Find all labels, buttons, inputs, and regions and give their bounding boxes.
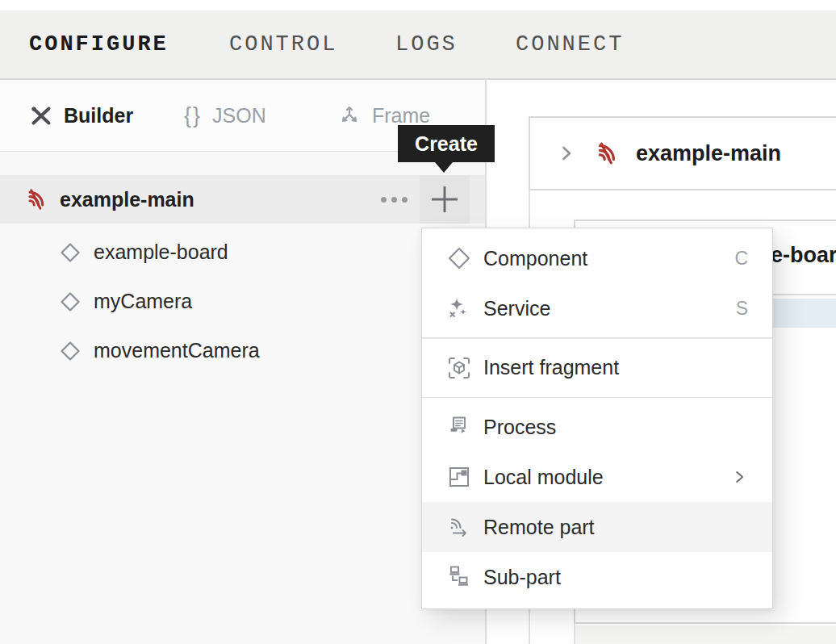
tab-connect[interactable]: CONNECT <box>516 32 624 56</box>
chevron-right-icon <box>730 468 748 486</box>
machine-card-example-main[interactable]: example-main <box>529 116 836 190</box>
tab-builder-label: Builder <box>64 104 133 128</box>
offline-status-icon <box>24 188 47 211</box>
component-diamond-icon <box>60 341 81 362</box>
tab-control[interactable]: CONTROL <box>229 32 337 56</box>
tools-icon <box>29 103 53 128</box>
service-sparkles-icon <box>446 295 472 321</box>
menu-divider <box>422 397 772 399</box>
curly-braces-icon: {} <box>184 103 202 128</box>
card-footer-strip <box>575 625 836 644</box>
menu-item-label: Insert fragment <box>483 356 619 379</box>
shortcut-key: S <box>736 298 748 320</box>
process-script-icon <box>446 414 472 440</box>
menu-item-process[interactable]: Process <box>422 402 772 452</box>
more-options-button[interactable] <box>374 175 414 224</box>
create-tooltip: Create <box>398 125 495 162</box>
local-module-icon <box>446 464 472 490</box>
sub-part-icon <box>446 564 472 590</box>
plus-icon <box>430 185 459 214</box>
top-nav: CONFIGURE CONTROL LOGS CONNECT <box>0 10 836 80</box>
machine-card-title: example-main <box>636 141 781 166</box>
tree-root-label: example-main <box>60 188 194 211</box>
create-tooltip-label: Create <box>415 132 478 156</box>
tab-logs[interactable]: LOGS <box>395 32 458 56</box>
menu-item-label: Component <box>483 247 587 270</box>
tab-frame-label: Frame <box>372 104 430 128</box>
menu-item-label: Remote part <box>483 516 595 539</box>
menu-item-label: Process <box>483 416 556 439</box>
menu-item-label: Sub-part <box>483 566 561 589</box>
create-menu: Component C Service S Insert fragment <box>421 228 773 609</box>
tree-row-movementcamera[interactable]: movementCamera <box>0 326 485 375</box>
tree-item-label: myCamera <box>94 290 192 313</box>
tab-configure[interactable]: CONFIGURE <box>29 32 169 56</box>
component-diamond-icon <box>60 291 81 312</box>
frame-axes-icon <box>337 103 362 128</box>
menu-item-sub-part[interactable]: Sub-part <box>422 552 772 602</box>
menu-item-remote-part[interactable]: Remote part <box>422 502 772 552</box>
tab-json[interactable]: {} JSON <box>184 80 266 151</box>
menu-item-service[interactable]: Service S <box>422 283 772 333</box>
chevron-right-icon[interactable] <box>557 144 576 163</box>
remote-signal-icon <box>446 514 472 540</box>
menu-item-component[interactable]: Component C <box>422 233 772 283</box>
menu-item-label: Service <box>483 297 550 320</box>
tab-json-label: JSON <box>212 104 266 128</box>
shortcut-key: C <box>734 248 748 270</box>
component-diamond-icon <box>446 245 472 271</box>
component-diamond-icon <box>60 242 81 263</box>
tree-row-example-main[interactable]: example-main <box>0 175 485 224</box>
tab-builder[interactable]: Builder <box>29 80 133 151</box>
menu-divider <box>422 337 772 339</box>
fragment-cube-icon <box>446 355 472 381</box>
menu-item-insert-fragment[interactable]: Insert fragment <box>422 343 772 393</box>
tree-row-example-board[interactable]: example-board <box>0 228 485 277</box>
tree-item-label: example-board <box>94 240 228 264</box>
config-sidebar: Builder {} JSON Frame <box>0 80 485 644</box>
tree-row-mycamera[interactable]: myCamera <box>0 277 485 326</box>
menu-item-local-module[interactable]: Local module <box>422 452 772 502</box>
menu-item-label: Local module <box>483 466 604 489</box>
offline-status-icon <box>594 141 618 165</box>
tooltip-caret <box>435 162 453 173</box>
create-button[interactable] <box>420 175 470 224</box>
tree-item-label: movementCamera <box>94 339 260 362</box>
